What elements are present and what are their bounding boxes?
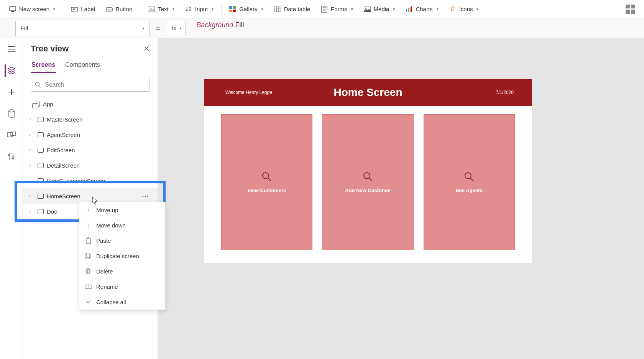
svg-rect-17 (408, 8, 409, 12)
chevron-down-icon: ▾ (261, 7, 263, 11)
tree-item-editscreen[interactable]: › EditScreen (23, 142, 158, 158)
tree-item-label: ViewCustomersScreen (47, 178, 105, 184)
hamburger-icon[interactable] (5, 43, 18, 55)
chevron-right-icon: › (29, 147, 34, 153)
formula-reference-token: Background (196, 21, 233, 29)
toolbar-label: Icons (459, 6, 473, 12)
svg-rect-29 (85, 285, 92, 288)
chevron-down-icon: ▾ (212, 7, 214, 11)
gallery-button[interactable]: Gallery ▾ (225, 3, 268, 15)
svg-rect-1 (11, 11, 14, 12)
forms-icon (321, 6, 328, 13)
ctx-paste[interactable]: Paste (79, 233, 165, 248)
search-icon (35, 82, 41, 88)
more-options-icon[interactable]: ··· (142, 193, 149, 199)
app-canvas[interactable]: Welcome Henry Legge Home Screen 7/1/2020… (204, 79, 532, 263)
data-rail-button[interactable] (5, 107, 18, 120)
svg-rect-10 (229, 10, 232, 12)
svg-rect-28 (87, 253, 91, 258)
tab-screens[interactable]: Screens (31, 58, 56, 73)
tree-item-homescreen[interactable]: › HomeScreen ··· (23, 188, 158, 204)
search-input[interactable]: Search (31, 78, 150, 92)
ctx-move-up[interactable]: ↑ Move up (79, 202, 165, 217)
tile-add-customer[interactable]: Add New Customer (322, 114, 414, 250)
input-icon (185, 6, 192, 13)
charts-button[interactable]: Charts ▾ (401, 3, 443, 15)
screen-icon (38, 163, 44, 168)
tree-item-masterscreen[interactable]: › MasterScreen (23, 112, 158, 127)
svg-text:Abc: Abc (149, 8, 155, 12)
equals-sign: = (156, 23, 161, 33)
tree-item-label: Doc (47, 208, 57, 215)
ctx-duplicate[interactable]: Duplicate screen (79, 248, 165, 263)
icons-button[interactable]: Icons ▾ (445, 3, 483, 15)
gallery-icon (229, 6, 236, 13)
ctx-rename[interactable]: Rename (79, 279, 165, 294)
formula-bar: Fill ▾ = fx ▾ Background.Fill (0, 18, 644, 38)
svg-rect-16 (406, 9, 407, 12)
text-button[interactable]: Abc Text ▾ (143, 3, 179, 15)
svg-rect-21 (11, 132, 16, 135)
svg-rect-18 (411, 7, 412, 12)
svg-rect-26 (87, 237, 89, 239)
app-date: 7/1/2020 (496, 90, 514, 95)
toolbar-overflow[interactable] (621, 2, 639, 16)
collapse-icon (85, 299, 92, 305)
trash-icon (85, 268, 92, 275)
toolbar-label: Gallery (239, 6, 258, 12)
screen-icon (38, 209, 44, 214)
label-button[interactable]: Label (66, 3, 100, 15)
media-icon (364, 6, 371, 13)
input-button[interactable]: Input ▾ (181, 3, 218, 15)
insert-rail-button[interactable] (5, 86, 18, 98)
media-button[interactable]: Media ▾ (359, 3, 400, 15)
ctx-move-down[interactable]: ↓ Move down (79, 217, 165, 233)
screen-icon (38, 132, 44, 137)
ctx-label: Duplicate screen (96, 253, 139, 259)
tree-item-label: AgentScreen (47, 132, 80, 138)
paste-icon (85, 237, 92, 244)
property-selector[interactable]: Fill ▾ (15, 21, 150, 36)
toolbar-label: Input (195, 6, 208, 12)
insert-toolbar: New screen ▾ Label Button Abc Text ▾ Inp… (0, 0, 644, 18)
chevron-right-icon: › (29, 193, 34, 199)
toolbar-label: Text (158, 6, 169, 12)
tiles-row: View Customers Add New Customer See Agen… (204, 106, 532, 250)
close-icon[interactable]: ✕ (143, 44, 150, 53)
tree-view-rail-button[interactable] (5, 64, 17, 77)
forms-button[interactable]: Forms ▾ (316, 3, 358, 15)
svg-point-23 (12, 157, 14, 159)
data-table-button[interactable]: Data table (269, 3, 315, 15)
media-rail-button[interactable] (5, 129, 18, 141)
formula-input[interactable]: Background.Fill (192, 21, 644, 36)
tab-components[interactable]: Components (64, 58, 101, 73)
button-button[interactable]: Button (101, 3, 137, 15)
ctx-collapse-all[interactable]: Collapse all (79, 294, 165, 310)
canvas-area[interactable]: Welcome Henry Legge Home Screen 7/1/2020… (158, 38, 644, 359)
fx-button[interactable]: fx ▾ (167, 21, 186, 36)
tree-item-label: App (43, 101, 53, 107)
property-name: Fill (20, 25, 28, 32)
tree-item-viewcustomersscreen[interactable]: › ViewCustomersScreen (23, 173, 158, 188)
chevron-right-icon: › (29, 209, 34, 214)
tree-item-app[interactable]: App (23, 96, 158, 112)
app-icon (34, 102, 40, 107)
tile-view-customers[interactable]: View Customers (221, 114, 312, 250)
formula-member-token: .Fill (233, 21, 244, 29)
tree-item-detailscreen[interactable]: › DetailScreen (23, 158, 158, 173)
svg-rect-11 (233, 10, 236, 12)
tools-rail-button[interactable] (5, 150, 18, 163)
toolbar-label: Button (116, 6, 132, 12)
toolbar-label: Data table (284, 6, 310, 12)
svg-point-15 (365, 7, 366, 8)
screen-icon (38, 117, 44, 122)
svg-point-24 (36, 82, 39, 86)
chevron-down-icon: ▾ (476, 7, 478, 11)
ctx-delete[interactable]: Delete (79, 263, 165, 279)
new-screen-button[interactable]: New screen ▾ (5, 3, 60, 15)
chevron-right-icon: › (29, 163, 34, 168)
toolbar-label: Media (374, 6, 389, 12)
tile-see-agents[interactable]: See Agents (424, 114, 515, 250)
tree-item-agentscreen[interactable]: › AgentScreen (23, 127, 158, 142)
tree-item-label: MasterScreen (47, 116, 82, 123)
